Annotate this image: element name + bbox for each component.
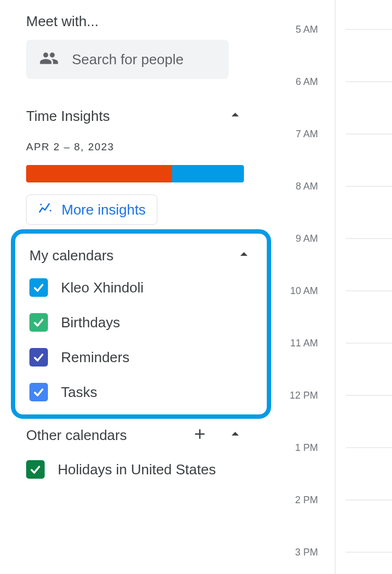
insights-bar-segment-2	[172, 165, 244, 182]
insights-bar	[26, 165, 244, 182]
other-calendars-header[interactable]: Other calendars	[26, 425, 244, 445]
grid-horizontal-line	[346, 552, 392, 553]
insights-bar-segment-1	[26, 165, 172, 182]
grid-vertical-line	[335, 0, 335, 574]
grid-horizontal-line	[346, 448, 392, 448]
calendar-label: Reminders	[61, 349, 130, 366]
grid-horizontal-line	[346, 134, 392, 135]
calendar-label: Birthdays	[61, 314, 120, 331]
svg-point-1	[50, 210, 51, 211]
grid-horizontal-line	[346, 343, 392, 344]
grid-horizontal-line	[346, 291, 392, 291]
meet-with-title: Meet with...	[26, 13, 272, 30]
add-calendar-icon[interactable]	[192, 426, 208, 444]
insights-date-range: APR 2 – 8, 2023	[26, 141, 272, 153]
grid-horizontal-line	[346, 239, 392, 239]
my-calendars-section: My calendars Kleo XhindoliBirthdaysRemin…	[11, 229, 271, 419]
time-label: 2 PM	[295, 494, 318, 506]
my-calendar-item[interactable]: Birthdays	[29, 313, 253, 332]
calendar-label: Holidays in United States	[58, 461, 216, 478]
time-label: 11 AM	[290, 338, 318, 349]
calendar-checkbox[interactable]	[29, 348, 48, 367]
calendar-label: Tasks	[61, 384, 97, 401]
insights-sparkle-icon	[38, 200, 54, 219]
other-calendars-title: Other calendars	[26, 427, 192, 444]
chevron-up-icon	[226, 106, 244, 126]
time-grid[interactable]: 5 AM6 AM7 AM8 AM9 AM10 AM11 AM12 PM1 PM2…	[275, 0, 392, 574]
search-placeholder: Search for people	[72, 51, 183, 68]
people-icon	[39, 48, 59, 70]
chevron-up-icon	[235, 246, 253, 265]
my-calendar-item[interactable]: Reminders	[29, 348, 253, 367]
calendar-checkbox[interactable]	[29, 278, 48, 297]
time-label: 6 AM	[296, 76, 318, 88]
calendar-checkbox[interactable]	[26, 460, 45, 479]
grid-horizontal-line	[346, 395, 392, 396]
time-label: 5 AM	[296, 24, 318, 35]
time-label: 8 AM	[296, 181, 318, 192]
grid-horizontal-line	[346, 29, 392, 30]
search-people-input[interactable]: Search for people	[26, 40, 229, 79]
grid-horizontal-line	[346, 500, 392, 500]
calendar-checkbox[interactable]	[29, 383, 48, 401]
calendar-checkbox[interactable]	[29, 313, 48, 332]
grid-horizontal-line	[346, 82, 392, 82]
calendar-label: Kleo Xhindoli	[61, 279, 144, 296]
time-insights-title: Time Insights	[26, 108, 110, 125]
more-insights-button[interactable]: More insights	[26, 194, 157, 225]
svg-point-0	[40, 204, 42, 205]
grid-horizontal-line	[346, 186, 392, 187]
other-calendar-item[interactable]: Holidays in United States	[26, 460, 272, 479]
time-label: 1 PM	[295, 442, 318, 454]
time-label: 3 PM	[295, 547, 318, 558]
time-label: 7 AM	[296, 129, 318, 140]
chevron-up-icon	[226, 425, 244, 445]
my-calendars-header[interactable]: My calendars	[29, 246, 253, 265]
my-calendars-title: My calendars	[29, 247, 114, 264]
time-label: 10 AM	[290, 285, 318, 297]
time-insights-header[interactable]: Time Insights	[26, 106, 244, 126]
time-label: 9 AM	[296, 233, 318, 245]
time-label: 12 PM	[290, 390, 318, 401]
more-insights-label: More insights	[62, 201, 146, 218]
my-calendar-item[interactable]: Kleo Xhindoli	[29, 278, 253, 297]
my-calendar-item[interactable]: Tasks	[29, 383, 253, 401]
